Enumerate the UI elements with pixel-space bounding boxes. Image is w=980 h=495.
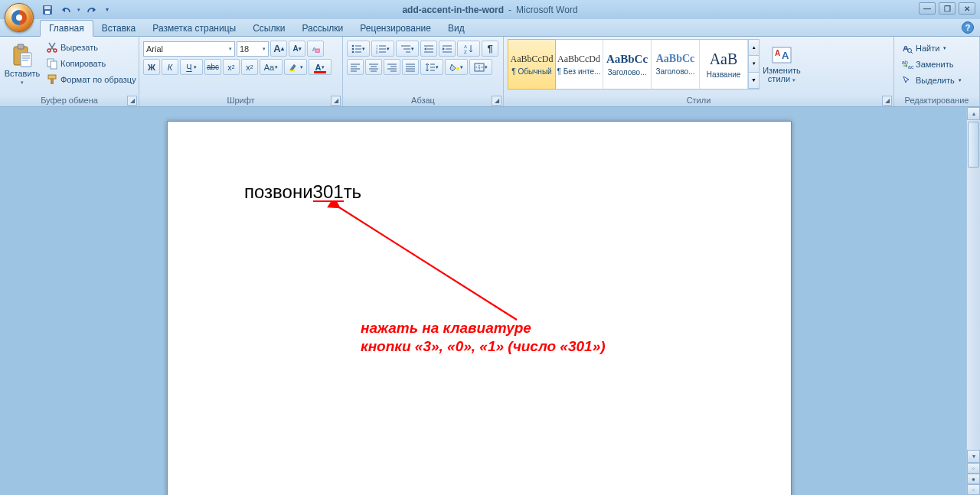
styles-gallery[interactable]: AaBbCcDd¶ Обычный AaBbCcDd¶ Без инте... …	[508, 39, 760, 90]
svg-rect-14	[51, 61, 57, 69]
style-heading2[interactable]: AaBbCcЗаголово...	[652, 40, 700, 89]
grow-font-button[interactable]: A▴	[270, 41, 287, 57]
strikethrough-button[interactable]: abc	[204, 59, 221, 75]
numbering-button[interactable]: 123▾	[371, 41, 394, 57]
group-font: Arial▾ 18▾ A▴ A▾ A Ж К Ч▾ abc x2 x2 Aa▾ …	[139, 37, 343, 106]
qat-undo[interactable]	[57, 2, 73, 18]
office-button[interactable]	[5, 3, 34, 32]
qat-redo[interactable]	[85, 2, 100, 18]
borders-button[interactable]: ▾	[469, 59, 492, 75]
paragraph-dialog-launcher[interactable]: ◢	[492, 96, 501, 106]
svg-rect-19	[289, 70, 294, 71]
browse-object-button[interactable]: ●	[967, 474, 980, 484]
scroll-up-button[interactable]: ▴	[967, 107, 980, 120]
tab-page-layout[interactable]: Разметка страницы	[144, 21, 244, 36]
scroll-down-button[interactable]: ▾	[967, 450, 980, 463]
align-center-button[interactable]	[365, 59, 382, 75]
show-marks-button[interactable]: ¶	[482, 41, 498, 57]
app-name: Microsoft Word	[516, 5, 577, 15]
maximize-button[interactable]: ❐	[939, 2, 956, 15]
svg-point-1	[16, 15, 22, 21]
clipboard-dialog-launcher[interactable]: ◢	[127, 96, 137, 106]
minimize-button[interactable]: —	[919, 2, 936, 15]
decrease-indent-button[interactable]	[420, 41, 437, 57]
subscript-button[interactable]: x2	[223, 59, 240, 75]
font-family-combo[interactable]: Arial▾	[143, 41, 235, 57]
svg-point-12	[54, 49, 57, 52]
tab-review[interactable]: Рецензирование	[351, 21, 439, 36]
svg-line-73	[339, 207, 517, 320]
tab-home[interactable]: Главная	[40, 20, 93, 37]
svg-point-11	[47, 49, 51, 52]
svg-rect-3	[44, 6, 51, 9]
multilevel-list-button[interactable]: ▾	[396, 41, 419, 57]
annotation-arrow	[325, 201, 524, 331]
group-clipboard-label: Буфер обмена	[4, 95, 135, 106]
bullets-button[interactable]: ▾	[347, 41, 370, 57]
style-heading1[interactable]: AaBbCcЗаголово...	[603, 40, 652, 89]
group-styles: AaBbCcDd¶ Обычный AaBbCcDd¶ Без инте... …	[504, 37, 894, 106]
copy-button[interactable]: Копировать	[43, 55, 139, 71]
window-controls: — ❐ ✕	[919, 2, 975, 15]
tab-mailings[interactable]: Рассылки	[293, 21, 351, 36]
svg-rect-18	[315, 49, 319, 52]
svg-rect-6	[18, 44, 24, 49]
page[interactable]: позвони301ть нажать на клавиатуре кнопки…	[167, 121, 792, 495]
line-spacing-button[interactable]: ▾	[420, 59, 443, 75]
close-button[interactable]: ✕	[959, 2, 975, 15]
shading-button[interactable]: ▾	[445, 59, 468, 75]
increase-indent-button[interactable]	[439, 41, 456, 57]
vertical-scrollbar[interactable]: ▴ ▾ ◦ ● ◦	[966, 107, 980, 495]
tab-references[interactable]: Ссылки	[244, 21, 293, 36]
svg-text:ac: ac	[908, 64, 913, 70]
highlight-button[interactable]: ▾	[284, 59, 307, 75]
annotation-text: нажать на клавиатуре кнопки «3», «0», «1…	[361, 319, 606, 356]
svg-rect-7	[21, 53, 31, 67]
clear-formatting-button[interactable]: A	[307, 41, 324, 57]
prev-page-button[interactable]: ◦	[967, 463, 980, 474]
style-normal[interactable]: AaBbCcDd¶ Обычный	[508, 39, 556, 90]
shrink-font-button[interactable]: A▾	[289, 41, 305, 57]
svg-point-62	[456, 67, 459, 70]
font-dialog-launcher[interactable]: ◢	[331, 96, 341, 106]
styles-gallery-scroll[interactable]: ▴▾▼	[748, 40, 759, 89]
font-color-button[interactable]: A▾	[309, 59, 332, 75]
replace-button[interactable]: abacЗаменить	[898, 56, 965, 72]
font-size-combo[interactable]: 18▾	[237, 41, 269, 57]
qat-customize[interactable]: ▾	[103, 2, 112, 18]
qat-save[interactable]	[40, 2, 55, 18]
format-painter-button[interactable]: Формат по образцу	[43, 71, 139, 87]
scroll-thumb[interactable]	[968, 122, 979, 168]
document-text[interactable]: позвони301ть	[244, 181, 361, 203]
sort-button[interactable]: AZ	[457, 41, 480, 57]
bold-button[interactable]: Ж	[143, 59, 160, 75]
window-title: add-accent-in-the-word - Microsoft Word	[402, 5, 577, 15]
group-editing-label: Редактирование	[898, 95, 975, 106]
group-font-label: Шрифт	[143, 95, 338, 106]
tab-insert[interactable]: Вставка	[93, 21, 145, 36]
change-styles-button[interactable]: AA Изменитьстили ▾	[763, 39, 800, 90]
italic-button[interactable]: К	[162, 59, 178, 75]
style-title[interactable]: AaBНазвание	[700, 40, 748, 89]
scroll-track[interactable]	[967, 120, 980, 450]
underline-button[interactable]: Ч▾	[180, 59, 203, 75]
group-paragraph: ▾ 123▾ ▾ AZ ¶ ▾ ▾ ▾ А	[343, 37, 504, 106]
document-viewport[interactable]: ◂ позвони301ть нажать на клавиатуре кноп…	[0, 107, 980, 495]
justify-button[interactable]	[402, 59, 419, 75]
ribbon: Вставить ▾ Вырезать Копировать Формат по…	[0, 37, 980, 107]
qat-undo-drop[interactable]: ▾	[75, 2, 83, 18]
select-button[interactable]: Выделить▾	[898, 72, 965, 88]
tab-view[interactable]: Вид	[439, 21, 473, 36]
next-page-button[interactable]: ◦	[967, 484, 980, 495]
styles-dialog-launcher[interactable]: ◢	[882, 96, 892, 106]
spelling-error: 301	[313, 184, 344, 202]
change-case-button[interactable]: Aa▾	[260, 59, 283, 75]
superscript-button[interactable]: x2	[241, 59, 258, 75]
align-left-button[interactable]	[347, 59, 364, 75]
cut-button[interactable]: Вырезать	[43, 39, 139, 55]
help-icon[interactable]: ?	[962, 21, 974, 34]
find-button[interactable]: Найти▾	[898, 40, 965, 56]
paste-button[interactable]: Вставить ▾	[4, 39, 41, 90]
align-right-button[interactable]	[384, 59, 400, 75]
style-no-spacing[interactable]: AaBbCcDd¶ Без инте...	[555, 40, 603, 89]
